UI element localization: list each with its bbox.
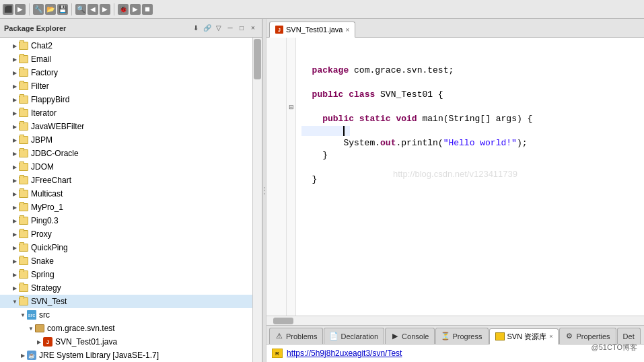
collapse-marker [287,40,295,52]
tree-item-src[interactable]: ▼ src src [0,308,252,322]
editor-horizontal-scrollbar[interactable] [266,316,644,325]
collapse-marker [287,137,295,149]
collapse-marker [287,52,295,65]
tree-item-mypro1[interactable]: ▶ MyPro_1 [0,201,252,214]
tree-item-ping03[interactable]: ▶ Ping0.3 [0,214,252,227]
src-icon: src [27,310,36,320]
toolbar-icon-11[interactable]: ⏹ [142,4,153,15]
main-toolbar: ⬛ ▶ 🔧 📂 💾 🔍 ◀ ▶ 🐞 ▶ ⏹ [0,0,644,19]
tree-label: JDOM [31,162,54,172]
bottom-tab-console[interactable]: ▶ Console [385,328,435,344]
tree-item-svntest01[interactable]: ▶ J SVN_Test01.java [0,335,252,349]
left-scrollbar[interactable] [252,38,262,362]
gutter-line [266,65,286,77]
tree-item-iterator[interactable]: ▶ Iterator [0,106,252,120]
folder-icon [19,244,28,252]
tree-label: JRE System Library [JavaSE-1.7] [39,351,159,360]
collapse-marker[interactable]: ⊟ [287,101,295,113]
progress-icon: ⏳ [441,332,450,340]
tree-item-package[interactable]: ▼ com.grace.svn.test [0,322,252,335]
tree-label: SVN_Test01.java [55,337,117,347]
tree-item-filter[interactable]: ▶ Filter [0,79,252,93]
bottom-tab-svn-resources[interactable]: SVN 资源库 × [489,328,559,345]
package-explorer-tree: ▶ Chat2 ▶ Email ▶ Factory [0,38,252,362]
code-line-7 [301,126,350,136]
toolbar-icon-8[interactable]: ▶ [100,4,110,15]
tree-item-quickping[interactable]: ▶ QuickPing [0,241,252,254]
tree-item-factory[interactable]: ▶ Factory [0,66,252,79]
tree-item-jdom[interactable]: ▶ JDOM [0,160,252,174]
panel-menu-icon[interactable]: ▽ [214,24,223,33]
close-panel-icon[interactable]: × [248,24,258,33]
bottom-panel: ⚠ Problems 📄 Declaration ▶ Console ⏳ Pro… [266,325,644,362]
package-explorer-panel: Package Explorer ⬇ 🔗 ▽ ─ □ × ▶ Chat2 [0,19,262,362]
tree-item-javawebfilter[interactable]: ▶ JavaWEBFilter [0,120,252,133]
toolbar-icon-9[interactable]: 🐞 [118,4,129,15]
expand-arrow: ▶ [11,244,19,252]
toolbar-icon-6[interactable]: 🔍 [75,4,86,15]
code-editor[interactable]: ⊟ package com.grace.svn.test; public cla… [266,38,644,316]
expand-arrow: ▼ [19,311,27,319]
toolbar-sep-3 [114,3,114,15]
editor-tab-bar: J SVN_Test01.java × [266,19,644,38]
bottom-tab-declaration[interactable]: 📄 Declaration [324,328,384,344]
tree-item-jre[interactable]: ▶ ☕ JRE System Library [JavaSE-1.7] [0,349,252,362]
expand-arrow: ▶ [11,284,19,292]
tree-item-jdbc-oracle[interactable]: ▶ JDBC-Oracle [0,147,252,160]
link-editor-icon[interactable]: 🔗 [203,24,212,33]
bottom-tab-problems[interactable]: ⚠ Problems [269,328,323,344]
collapse-all-icon[interactable]: ⬇ [191,24,201,33]
expand-arrow: ▶ [11,96,19,104]
problems-label: Problems [286,332,317,340]
tree-item-email[interactable]: ▶ Email [0,52,252,66]
bottom-tab-progress[interactable]: ⏳ Progress [435,328,488,344]
expand-arrow: ▶ [11,109,19,117]
console-label: Console [402,332,429,340]
gutter-line [266,77,286,89]
det-label: Det [623,332,635,340]
problems-icon: ⚠ [275,332,283,340]
code-line-4: public class SVN_Test01 { [301,89,443,100]
editor-panel: J SVN_Test01.java × [266,19,644,362]
tree-item-chat2[interactable]: ▶ Chat2 [0,39,252,52]
toolbar-icon-7[interactable]: ◀ [87,4,98,15]
toolbar-icon-2[interactable]: ▶ [15,4,26,15]
tree-item-proxy[interactable]: ▶ Proxy [0,227,252,241]
bottom-tab-det[interactable]: Det [617,328,641,344]
package-explorer-title: Package Explorer [4,24,188,32]
tree-item-spring[interactable]: ▶ Spring [0,268,252,281]
toolbar-icon-4[interactable]: 📂 [45,4,56,15]
code-area[interactable]: package com.grace.svn.test; public class… [296,38,644,316]
package-explorer-header: Package Explorer ⬇ 🔗 ▽ ─ □ × [0,19,262,38]
svn-url[interactable]: https://5h9j8h2uxeagit3/svn/Test [287,349,402,358]
maximize-panel-icon[interactable]: □ [237,24,246,33]
tree-item-snake[interactable]: ▶ Snake [0,254,252,268]
hscroll-thumb[interactable] [273,318,293,324]
svn-tab-close[interactable]: × [549,333,552,340]
toolbar-icon-3[interactable]: 🔧 [33,4,44,15]
gutter-line [266,40,286,52]
tree-label: com.grace.svn.test [47,324,115,333]
tree-item-jfreechart[interactable]: ▶ JFreeChart [0,174,252,187]
tree-label: JDBC-Oracle [31,149,79,158]
tree-item-strategy[interactable]: ▶ Strategy [0,281,252,295]
folder-icon [19,109,28,117]
toolbar-icon-10[interactable]: ▶ [130,4,141,15]
folder-icon [19,270,28,279]
expand-arrow: ▶ [11,163,19,171]
copyright-text: @51CTO博客 [592,342,637,353]
collapse-marker [287,113,295,125]
tree-item-jbpm[interactable]: ▶ JBPM [0,133,252,147]
editor-tab-svntest01[interactable]: J SVN_Test01.java × [269,22,355,38]
tree-item-svn-test[interactable]: ▼ SVN_Test [0,295,252,308]
tree-item-multicast[interactable]: ▶ Multicast [0,187,252,201]
minimize-panel-icon[interactable]: ─ [225,24,235,33]
expand-arrow: ▼ [11,297,19,305]
gutter-line [266,149,286,161]
toolbar-icon-1[interactable]: ⬛ [3,4,13,15]
bottom-tab-properties[interactable]: ⚙ Properties [559,328,616,344]
toolbar-icon-5[interactable]: 💾 [57,4,68,15]
expand-arrow: ▶ [11,69,19,77]
tab-close-button[interactable]: × [345,26,349,34]
tree-item-flappybird[interactable]: ▶ FlappyBird [0,93,252,106]
